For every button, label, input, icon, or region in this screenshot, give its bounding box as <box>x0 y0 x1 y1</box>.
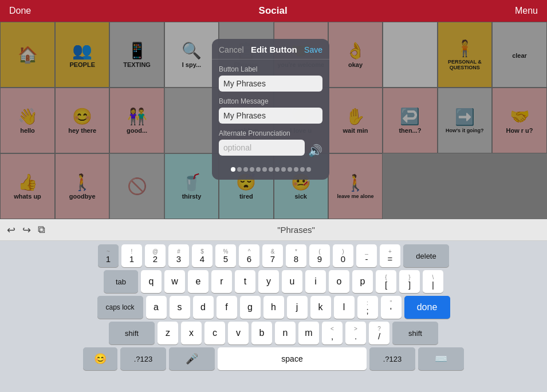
keyboard: ~1 !1 @2 #3 $4 %5 ^6 &7 *8 (9 )0 _- += d… <box>0 241 547 392</box>
key-g[interactable]: g <box>240 296 261 319</box>
key-e[interactable]: e <box>188 270 208 293</box>
key-x[interactable]: x <box>181 322 202 345</box>
key-dollar[interactable]: $4 <box>192 244 212 267</box>
key-u[interactable]: u <box>282 270 302 293</box>
key-m[interactable]: m <box>298 322 319 345</box>
dot-3 <box>243 167 248 172</box>
mic-key[interactable]: 🎤 <box>169 347 215 370</box>
keyboard-row-1: ~1 !1 @2 #3 $4 %5 ^6 &7 *8 (9 )0 _- += d… <box>2 244 545 267</box>
dot-8 <box>275 167 280 172</box>
dot-2 <box>237 167 242 172</box>
dot-1 <box>231 167 235 172</box>
alt-pron-row: 🔊 <box>219 140 322 161</box>
key-pipe[interactable]: \| <box>423 270 443 293</box>
keyboard-row-4: shift z x c v b n m <, >. ?/ shift <box>2 322 545 345</box>
key-z[interactable]: z <box>158 322 178 345</box>
cancel-button[interactable]: Cancel <box>219 45 244 54</box>
key-q[interactable]: q <box>141 270 162 293</box>
key-k[interactable]: k <box>310 296 331 319</box>
page-dots <box>219 167 322 172</box>
key-y[interactable]: y <box>258 270 279 293</box>
dialog-header: Cancel Edit Button Save <box>212 39 329 60</box>
emoji-key[interactable]: 😊 <box>83 347 117 370</box>
done-key[interactable]: done <box>404 296 450 319</box>
num-key[interactable]: .?123 <box>120 347 166 370</box>
key-percent[interactable]: %5 <box>215 244 236 267</box>
undo-icon[interactable]: ↩ <box>7 224 15 236</box>
key-at[interactable]: @2 <box>145 244 166 267</box>
dot-11 <box>294 167 298 172</box>
symbol-grid: 🏠 👥 PEOPLE 📱 TEXTING 🔍 I spy... 📋 Phrase… <box>0 22 547 219</box>
key-star[interactable]: *8 <box>286 244 306 267</box>
key-c[interactable]: c <box>204 322 225 345</box>
dot-6 <box>262 167 267 172</box>
key-lparen[interactable]: (9 <box>309 244 330 267</box>
key-quote[interactable]: "' <box>381 296 402 319</box>
alt-pron-input[interactable] <box>219 140 305 156</box>
key-w[interactable]: w <box>164 270 185 293</box>
done-button[interactable]: Done <box>9 6 31 16</box>
key-s[interactable]: s <box>170 296 190 319</box>
key-underscore[interactable]: _- <box>356 244 377 267</box>
key-i[interactable]: i <box>305 270 326 293</box>
keyboard-row-2: tab q w e r t y u i o p {[ }] \| <box>2 270 545 293</box>
button-label-input[interactable] <box>219 76 322 92</box>
key-d[interactable]: d <box>193 296 214 319</box>
page-title: Social <box>259 5 288 17</box>
num-key-right[interactable]: .?123 <box>369 347 415 370</box>
button-message-input[interactable] <box>219 108 322 124</box>
current-phrase: "Phrases" <box>52 225 540 235</box>
save-button[interactable]: Save <box>304 45 322 54</box>
shift-right-key[interactable]: shift <box>392 322 438 345</box>
key-r[interactable]: r <box>211 270 232 293</box>
dot-5 <box>256 167 261 172</box>
dialog-body: Button Label Button Message Alternate Pr… <box>212 60 329 172</box>
shift-left-key[interactable]: shift <box>109 322 155 345</box>
key-v[interactable]: v <box>228 322 249 345</box>
key-rparen[interactable]: )0 <box>333 244 353 267</box>
dialog-title: Edit Button <box>251 45 297 54</box>
delete-key[interactable]: delete <box>403 244 449 267</box>
key-hash[interactable]: #3 <box>168 244 189 267</box>
key-h[interactable]: h <box>263 296 284 319</box>
alt-pron-label: Alternate Pronunciation <box>219 129 322 137</box>
key-lbrace[interactable]: {[ <box>376 270 396 293</box>
dot-9 <box>281 167 286 172</box>
dot-12 <box>300 167 305 172</box>
key-a[interactable]: a <box>146 296 167 319</box>
keyboard-row-3: caps lock a s d f g h j k l :; "' done <box>2 296 545 319</box>
key-gt[interactable]: >. <box>345 322 366 345</box>
key-colon[interactable]: :; <box>357 296 378 319</box>
key-t[interactable]: t <box>235 270 255 293</box>
button-message-label: Button Message <box>219 97 322 105</box>
dot-4 <box>250 167 254 172</box>
tab-key[interactable]: tab <box>104 270 138 293</box>
key-caret[interactable]: ^6 <box>239 244 259 267</box>
key-tilde[interactable]: ~1 <box>98 244 119 267</box>
keyboard-row-5: 😊 .?123 🎤 space .?123 ⌨️ <box>2 347 545 370</box>
dot-10 <box>288 167 292 172</box>
key-exclaim[interactable]: !1 <box>121 244 142 267</box>
key-p[interactable]: p <box>352 270 373 293</box>
key-lt[interactable]: <, <box>322 322 343 345</box>
key-question[interactable]: ?/ <box>369 322 389 345</box>
key-n[interactable]: n <box>275 322 296 345</box>
redo-icon[interactable]: ↪ <box>22 224 31 236</box>
key-plus[interactable]: += <box>380 244 400 267</box>
caps-lock-key[interactable]: caps lock <box>97 296 143 319</box>
key-amp[interactable]: &7 <box>262 244 283 267</box>
speaker-icon[interactable]: 🔊 <box>308 144 322 157</box>
button-label-label: Button Label <box>219 65 322 73</box>
edit-button-dialog: Cancel Edit Button Save Button Label But… <box>212 39 329 180</box>
key-rbrace[interactable]: }] <box>399 270 420 293</box>
key-b[interactable]: b <box>251 322 272 345</box>
key-l[interactable]: l <box>334 296 355 319</box>
key-j[interactable]: j <box>287 296 308 319</box>
key-o[interactable]: o <box>329 270 349 293</box>
menu-button[interactable]: Menu <box>515 6 538 16</box>
space-key[interactable]: space <box>218 347 367 370</box>
top-bar: Done Social Menu <box>0 0 547 22</box>
copy-icon[interactable]: ⧉ <box>38 224 45 236</box>
key-f[interactable]: f <box>217 296 237 319</box>
keyboard-icon-key[interactable]: ⌨️ <box>418 347 464 370</box>
